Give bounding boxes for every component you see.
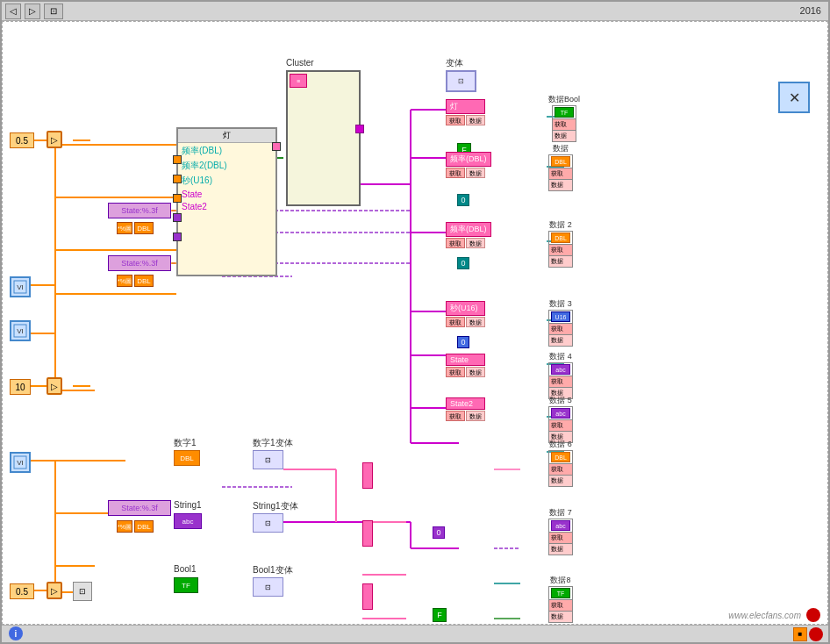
pink-rect-3 <box>362 583 373 610</box>
num1-label: 数字1 <box>174 437 197 449</box>
zero-const-2: 0 <box>457 257 469 269</box>
svg-text:VI: VI <box>17 283 24 291</box>
bool1-block: TF <box>174 577 198 593</box>
year-label: 2016 <box>800 5 821 16</box>
string1-block: abc <box>174 513 202 529</box>
pink-rect-2 <box>362 520 373 547</box>
svg-text:VI: VI <box>17 327 24 335</box>
data8-block: 数据8 TF 获取 数据 <box>548 575 573 623</box>
data3-block: 数据 3 U16 获取 数据 <box>548 298 573 347</box>
pink-rect-1 <box>362 462 373 489</box>
const-05-bottom: 0.5 <box>10 583 34 599</box>
data2-block: 数据 2 DBL 获取 数据 <box>548 219 573 268</box>
svg-text:VI: VI <box>17 459 24 467</box>
status-icon-orange: ■ <box>793 627 807 641</box>
terminal-in-5 <box>173 233 182 241</box>
toolbar: ◁ ▷ ⊡ <box>2 2 828 21</box>
cluster-output <box>355 125 364 133</box>
state2-label-1: State2 <box>182 202 272 211</box>
data4-block: 数据 4 abc 获取 数据 <box>548 351 573 399</box>
state-fmt-1: State:%.3f <box>108 203 171 218</box>
const-10: 10 <box>10 379 31 395</box>
string1-var-label: String1变体 <box>253 500 298 512</box>
string1-label: String1 <box>174 500 202 510</box>
terminal-in-3 <box>173 194 182 203</box>
num1-block: DBL <box>174 450 200 466</box>
stop-button[interactable]: ✕ <box>778 82 810 113</box>
status-bar: i ■ <box>2 625 828 642</box>
num1-var-block[interactable]: ⊡ <box>253 450 283 469</box>
dbl-indicator-2: *%圖 DBL <box>117 275 154 287</box>
cluster-block[interactable]: ≡ <box>286 70 361 206</box>
freq-dbl-label: 频率(DBL) <box>182 145 272 157</box>
data5-block: 数据 5 abc 获取 数据 <box>548 395 573 443</box>
data-block: 数据 DBL 获取 数据 <box>548 143 573 191</box>
zero-const-1: 0 <box>457 194 469 206</box>
sec-u16-label: 秒(U16) <box>182 175 272 187</box>
vi-icon-3[interactable]: VI <box>10 452 31 473</box>
var-label: 变体 <box>446 57 463 69</box>
num1-var-label: 数字1变体 <box>253 437 293 449</box>
diagram-btn[interactable]: ⊡ <box>44 4 63 19</box>
wire-layer <box>3 22 827 624</box>
cluster-label: Cluster <box>286 57 314 68</box>
watermark: www.elecfans.com <box>728 611 801 620</box>
zero-purple: 0 <box>433 526 445 539</box>
data-bool-block: 数据Bool TF 获取 数据 <box>548 94 580 142</box>
compare-10: ▷ <box>47 377 62 395</box>
f-constant-bottom: F <box>433 608 447 622</box>
status-dot-red <box>809 627 823 641</box>
subvi-title: 灯 <box>178 129 275 143</box>
variable-block-main[interactable]: ⊡ <box>446 70 476 92</box>
state-fmt-2: State:%.3f <box>108 255 171 271</box>
light-node: 灯 获取 数据 <box>446 99 485 125</box>
terminal-out-1 <box>272 142 281 151</box>
terminal-in-1 <box>173 155 182 164</box>
compare-top: ▷ <box>47 131 62 148</box>
string1-var-block[interactable]: ⊡ <box>253 513 283 533</box>
freq-dbl-2: 频率(DBL) 获取 数据 <box>446 222 491 248</box>
const-05-top: 0.5 <box>10 132 34 148</box>
freq-dbl-right: 频率(DBL) 获取 数据 <box>446 152 491 178</box>
bool1-var-label: Bool1变体 <box>253 564 293 576</box>
main-window: ◁ ▷ ⊡ 2016 <box>0 0 830 644</box>
state-label-1: State <box>182 190 272 199</box>
dbl-indicator-bottom: *%圖 DBL <box>117 520 154 533</box>
terminal-in-2 <box>173 175 182 183</box>
dbl-indicator-1: *%圖 DBL <box>117 222 154 234</box>
terminal-in-4 <box>173 213 182 222</box>
vi-icon-2[interactable]: VI <box>10 320 31 341</box>
zero-blue: 0 <box>457 336 469 348</box>
main-subvi[interactable]: 灯 频率(DBL) 频率2(DBL) 秒(U16) State State2 <box>176 127 277 276</box>
compare-bottom: ▷ <box>47 582 62 599</box>
state-fmt-bottom: State:%.3f <box>108 500 171 516</box>
info-icon: i <box>9 626 23 640</box>
sec-u16-right: 秒(U16) 获取 数据 <box>446 301 485 327</box>
vi-icon-1[interactable]: VI <box>10 276 31 297</box>
freq2-dbl-label: 频率2(DBL) <box>182 160 272 172</box>
bool1-label: Bool1 <box>174 564 197 574</box>
diagram-canvas: 0.5 ▷ VI VI 10 ▷ VI State:%.3f *%圖 DBL <box>2 21 828 625</box>
cluster-bottom-in: ⊡ <box>73 582 92 601</box>
bool1-var-block[interactable]: ⊡ <box>253 577 283 597</box>
data7-block: 数据 7 abc 获取 数据 <box>548 507 573 555</box>
data6-block: 数据 6 DBL 获取 数据 <box>548 439 573 487</box>
forward-btn[interactable]: ▷ <box>25 4 40 19</box>
back-btn[interactable]: ◁ <box>5 4 21 19</box>
cluster-icon: ≡ <box>290 74 307 88</box>
state-right-node: State 获取 数据 <box>446 354 485 377</box>
bottom-right-icon <box>806 608 820 622</box>
state2-right-node: State2 获取 数据 <box>446 397 485 421</box>
